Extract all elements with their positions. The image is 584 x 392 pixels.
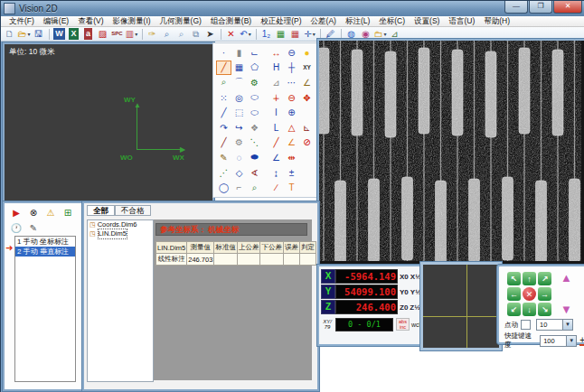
results-tree[interactable]: ◳Coords.Dim6◳LIN.Dim5 bbox=[87, 219, 154, 382]
ref-point-tool[interactable]: ∔ bbox=[268, 90, 284, 106]
menu-item-5[interactable]: 组合测量(B) bbox=[206, 16, 256, 27]
crosshair-icon-dropdown[interactable]: ▾ bbox=[313, 31, 316, 37]
spc-icon[interactable]: SPC bbox=[110, 28, 124, 41]
speed-select[interactable]: 100 ▼ bbox=[540, 335, 577, 347]
angle-line-tool[interactable]: ∠ bbox=[268, 150, 284, 165]
line-construct-tool[interactable]: ╱ bbox=[216, 61, 231, 76]
menu-item-11[interactable]: 语言(U) bbox=[444, 16, 479, 27]
axis-tool[interactable]: ↨ bbox=[268, 165, 284, 181]
arc-tool[interactable]: ⌒ bbox=[231, 75, 247, 90]
stop-icon[interactable]: ⊗ bbox=[25, 206, 42, 219]
undo-icon[interactable]: ↶▾ bbox=[239, 28, 252, 41]
select-cursor-icon[interactable]: ➤ bbox=[203, 28, 217, 41]
line-probe-tool[interactable]: ╱ bbox=[216, 135, 231, 151]
auto-run-icon[interactable]: 🕐 bbox=[8, 221, 24, 235]
angle-vertex-tool[interactable]: ∠ bbox=[284, 135, 299, 151]
scatter-arrow-tool[interactable]: ⋱ bbox=[247, 135, 262, 151]
jog-down-right-button[interactable]: ↘ bbox=[538, 303, 551, 316]
gearset-tool[interactable]: ⚙ bbox=[247, 75, 262, 90]
point-tool[interactable]: · bbox=[216, 45, 231, 61]
menu-item-9[interactable]: 坐标(C) bbox=[374, 16, 410, 27]
h-distance-tool[interactable]: ↔ bbox=[268, 45, 284, 61]
dro-half-button-x[interactable]: X½ bbox=[410, 273, 421, 281]
menu-item-4[interactable]: 几何测量(G) bbox=[155, 16, 206, 27]
menu-item-8[interactable]: 标注(L) bbox=[341, 16, 374, 27]
poly-scan-tool[interactable]: ⬚ bbox=[231, 105, 247, 120]
scatter-tool[interactable]: ⋰ bbox=[216, 165, 231, 181]
stop-tool[interactable]: ⊘ bbox=[299, 135, 315, 151]
menu-item-7[interactable]: 公差(A) bbox=[306, 16, 341, 27]
run-icon[interactable]: ▶ bbox=[8, 206, 24, 219]
export-excel-icon[interactable]: X bbox=[67, 28, 80, 41]
cross-distance-tool[interactable]: ┼ bbox=[284, 61, 299, 76]
dro-half-button-z[interactable]: Z½ bbox=[410, 303, 420, 312]
circle-point-tool[interactable]: ⊖ bbox=[284, 45, 299, 61]
point-grid-tool[interactable]: ⁙ bbox=[216, 90, 231, 106]
minimize-button[interactable]: — bbox=[504, 1, 528, 14]
angle-draw-tool[interactable]: ∠ bbox=[299, 75, 315, 90]
light-bulb-icon[interactable]: ● bbox=[299, 45, 315, 61]
pick-measure-tool[interactable]: ⌕ bbox=[216, 75, 231, 90]
maximize-button[interactable]: ❐ bbox=[529, 1, 552, 14]
axis-pair-icon[interactable]: XY/79 bbox=[321, 319, 334, 330]
program-step-2[interactable]: 2 手动 垂直标注 bbox=[15, 247, 75, 257]
corner-scan-tool[interactable]: ⌙ bbox=[247, 45, 262, 61]
plus-minus-tool[interactable]: ± bbox=[284, 165, 299, 181]
chart-icon[interactable]: ▥▾ bbox=[125, 28, 138, 41]
dro-half-button-y[interactable]: Y½ bbox=[410, 288, 421, 296]
open-file-icon-dropdown[interactable]: ▾ bbox=[27, 31, 30, 37]
curve-tool[interactable]: ↷ bbox=[216, 120, 231, 135]
circle-arrows-tool[interactable]: ⊕ bbox=[284, 105, 299, 120]
diamond-tool[interactable]: ◇ bbox=[231, 165, 247, 181]
chart-icon-dropdown[interactable]: ▾ bbox=[135, 31, 137, 37]
triangle-angle-tool[interactable]: △ bbox=[284, 120, 299, 135]
abs-inc-toggle[interactable]: absinc bbox=[396, 318, 410, 331]
line-tool[interactable]: ╱ bbox=[216, 105, 231, 120]
xy-coord-tool[interactable]: XY bbox=[299, 61, 315, 76]
grid-red-icon[interactable]: ▦ bbox=[288, 28, 302, 41]
jog-step-dropdown-icon[interactable]: ▼ bbox=[562, 320, 572, 330]
corner-distance-tool[interactable]: ⊿ bbox=[268, 75, 284, 90]
results-tab-0[interactable]: 全部 bbox=[87, 205, 115, 216]
stadium-tool[interactable]: ⬬ bbox=[247, 150, 262, 165]
circle-gear-tool[interactable]: ◎ bbox=[231, 90, 247, 106]
delete-icon[interactable]: ✕ bbox=[224, 28, 238, 41]
angle-measure-tool[interactable]: ∢ bbox=[247, 165, 262, 181]
circle-measure-tool[interactable]: ⊖ bbox=[284, 90, 299, 106]
symmetry-tool[interactable]: ⇹ bbox=[284, 150, 299, 165]
oval-tool[interactable]: ⬭ bbox=[247, 105, 262, 120]
ellipse-tool[interactable]: ◯ bbox=[216, 180, 231, 195]
diamond-gear-tool[interactable]: ❖ bbox=[247, 120, 262, 135]
move-stage-tool[interactable]: ✥ bbox=[299, 90, 315, 106]
zoom-out-icon[interactable]: ⌕ bbox=[174, 28, 188, 41]
line-point-tool[interactable]: ╱ bbox=[268, 135, 284, 151]
z-down-button[interactable]: ▼ bbox=[560, 303, 572, 315]
trace-tool[interactable]: ✎ bbox=[216, 150, 231, 165]
circle-scan-tool[interactable]: ◌ bbox=[231, 150, 247, 165]
jog-step-select[interactable]: 10 ▼ bbox=[536, 319, 573, 331]
height-tool[interactable]: H bbox=[268, 61, 284, 76]
dot-line-tool[interactable]: ⋯ bbox=[284, 75, 299, 90]
zoom-in-icon[interactable]: ⌕ bbox=[160, 28, 174, 41]
menu-item-10[interactable]: 设置(S) bbox=[410, 16, 444, 27]
menu-item-0[interactable]: 文件(F) bbox=[5, 16, 39, 27]
results-tab-1[interactable]: 不合格 bbox=[115, 205, 151, 216]
search-region-tool[interactable]: ⌕ bbox=[247, 180, 262, 195]
save-icon[interactable]: 🖫 bbox=[32, 28, 45, 41]
export-pdf-icon[interactable]: ▨ bbox=[96, 28, 109, 41]
menu-item-2[interactable]: 查看(V) bbox=[73, 16, 108, 27]
program-step-1[interactable]: 1 手动 坐标标注 bbox=[15, 237, 75, 247]
menu-item-1[interactable]: 编辑(E) bbox=[39, 16, 73, 27]
tree-item-1[interactable]: ◳LIN.Dim5 bbox=[88, 229, 153, 238]
dro-zero-button-z[interactable]: Z0 bbox=[400, 303, 408, 312]
menu-item-6[interactable]: 校正处理(P) bbox=[256, 16, 306, 27]
jog-up-right-button[interactable]: ↗ bbox=[538, 272, 551, 285]
grid-view-icon[interactable]: ⊞ bbox=[60, 206, 76, 219]
number-label-icon[interactable]: 1₂ bbox=[259, 28, 273, 41]
jog-up-left-button[interactable]: ↖ bbox=[507, 272, 521, 285]
dro-zero-button-y[interactable]: Y0 bbox=[400, 288, 409, 296]
ellipse-scan-tool[interactable]: ⬭ bbox=[247, 90, 262, 106]
elbow-tool[interactable]: ⌐ bbox=[231, 180, 247, 195]
speed-dropdown-icon[interactable]: ▼ bbox=[566, 336, 576, 346]
jog-up-button[interactable]: ↑ bbox=[523, 272, 536, 285]
